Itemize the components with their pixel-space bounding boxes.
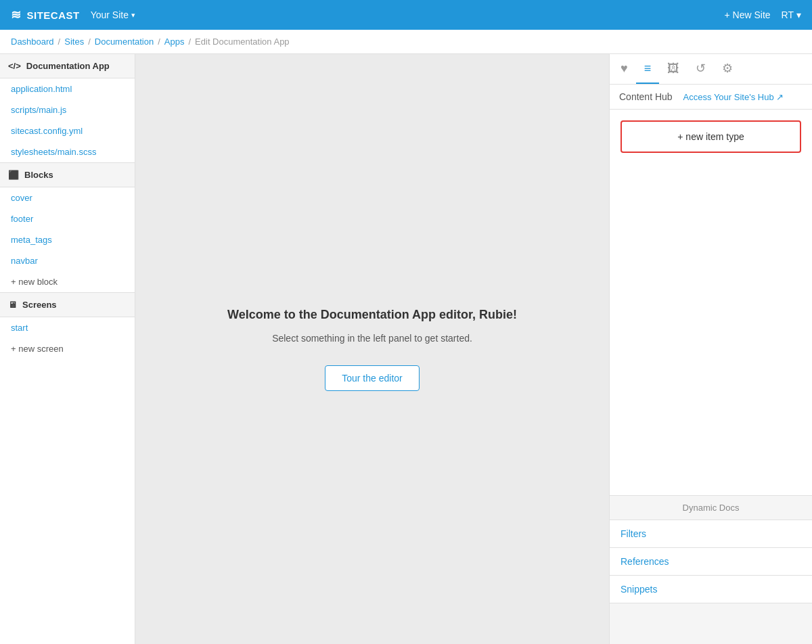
tab-health[interactable]: ♥ bbox=[612, 55, 636, 84]
code-icon: </> bbox=[8, 61, 21, 71]
breadcrumb-sep-2: / bbox=[88, 37, 91, 47]
breadcrumb-documentation[interactable]: Documentation bbox=[95, 37, 154, 47]
top-nav-right: + New Site RT ▾ bbox=[724, 9, 801, 20]
tour-editor-button[interactable]: Tour the editor bbox=[325, 365, 420, 391]
breadcrumb-sep-1: / bbox=[58, 37, 61, 47]
logo-text: SITECAST bbox=[27, 9, 80, 21]
dynamic-docs-header: Dynamic Docs bbox=[610, 496, 812, 520]
sidebar-item-footer[interactable]: footer bbox=[0, 208, 135, 229]
screens-label: Screens bbox=[22, 300, 57, 310]
sidebar-item-start[interactable]: start bbox=[0, 317, 135, 338]
sidebar-blocks-header: ⬛ Blocks bbox=[0, 162, 135, 187]
sidebar-item-application-html[interactable]: application.html bbox=[0, 78, 135, 99]
logo-icon: ≋ bbox=[11, 7, 22, 22]
breadcrumb-sites[interactable]: Sites bbox=[64, 37, 84, 47]
access-hub-link[interactable]: Access Your Site's Hub ↗ bbox=[683, 92, 784, 102]
site-selector[interactable]: Your Site ▾ bbox=[91, 9, 135, 20]
new-site-button[interactable]: + New Site bbox=[724, 9, 770, 20]
user-menu-button[interactable]: RT ▾ bbox=[782, 9, 801, 20]
tab-settings[interactable]: ⚙ bbox=[714, 54, 741, 84]
dynamic-docs-snippets[interactable]: Snippets bbox=[610, 576, 812, 603]
sidebar-screens-header: 🖥 Screens bbox=[0, 292, 135, 317]
right-panel-tabs: ♥ ≡ 🖼 ↺ ⚙ bbox=[610, 54, 812, 85]
dynamic-docs-section: Dynamic Docs Filters References Snippets bbox=[610, 495, 812, 644]
tab-history[interactable]: ↺ bbox=[687, 54, 714, 84]
breadcrumb-sep-4: / bbox=[188, 37, 191, 47]
content-hub-label: Content Hub bbox=[619, 91, 673, 102]
new-screen-button[interactable]: + new screen bbox=[0, 338, 135, 359]
sidebar-item-navbar[interactable]: navbar bbox=[0, 250, 135, 271]
right-panel: ♥ ≡ 🖼 ↺ ⚙ Content Hub Access Your Site's… bbox=[609, 54, 812, 644]
sidebar: </> Documentation App application.html s… bbox=[0, 54, 135, 644]
new-item-type-button[interactable]: + new item type bbox=[621, 120, 801, 153]
editor-canvas: Welcome to the Documentation App editor,… bbox=[135, 54, 609, 644]
sidebar-item-stylesheets-main[interactable]: stylesheets/main.scss bbox=[0, 141, 135, 162]
tab-layers[interactable]: ≡ bbox=[636, 55, 660, 84]
screens-icon: 🖥 bbox=[8, 300, 17, 310]
welcome-title: Welcome to the Documentation App editor,… bbox=[227, 308, 517, 322]
new-site-label: + New Site bbox=[724, 9, 770, 20]
tab-image[interactable]: 🖼 bbox=[659, 55, 687, 84]
blocks-label: Blocks bbox=[24, 170, 53, 180]
sidebar-item-sitecast-config[interactable]: sitecast.config.yml bbox=[0, 120, 135, 141]
logo: ≋ SITECAST bbox=[11, 7, 80, 22]
welcome-card: Welcome to the Documentation App editor,… bbox=[227, 308, 517, 391]
app-title-label: Documentation App bbox=[26, 61, 110, 71]
blocks-icon: ⬛ bbox=[8, 170, 19, 180]
sidebar-app-title: </> Documentation App bbox=[0, 54, 135, 78]
content-hub-bar: Content Hub Access Your Site's Hub ↗ bbox=[610, 85, 812, 110]
new-block-button[interactable]: + new block bbox=[0, 271, 135, 292]
sidebar-item-scripts-main-js[interactable]: scripts/main.js bbox=[0, 99, 135, 120]
breadcrumb-apps[interactable]: Apps bbox=[164, 37, 185, 47]
user-chevron-icon: ▾ bbox=[796, 9, 801, 20]
panel-spacer bbox=[610, 164, 812, 495]
site-label: Your Site bbox=[91, 9, 129, 20]
top-nav: ≋ SITECAST Your Site ▾ + New Site RT ▾ bbox=[0, 0, 812, 30]
breadcrumb-sep-3: / bbox=[158, 37, 160, 47]
breadcrumb-current: Edit Documentation App bbox=[195, 37, 289, 47]
breadcrumb: Dashboard / Sites / Documentation / Apps… bbox=[0, 30, 812, 54]
dynamic-docs-bottom bbox=[610, 603, 812, 644]
dynamic-docs-filters[interactable]: Filters bbox=[610, 520, 812, 548]
dynamic-docs-references[interactable]: References bbox=[610, 548, 812, 576]
sidebar-item-meta-tags[interactable]: meta_tags bbox=[0, 229, 135, 250]
breadcrumb-dashboard[interactable]: Dashboard bbox=[11, 37, 54, 47]
top-nav-left: ≋ SITECAST Your Site ▾ bbox=[11, 7, 135, 22]
sidebar-item-cover[interactable]: cover bbox=[0, 187, 135, 208]
user-initials: RT bbox=[782, 9, 794, 20]
welcome-subtitle: Select something in the left panel to ge… bbox=[227, 333, 517, 344]
main-layout: </> Documentation App application.html s… bbox=[0, 54, 812, 644]
chevron-down-icon: ▾ bbox=[131, 11, 135, 20]
